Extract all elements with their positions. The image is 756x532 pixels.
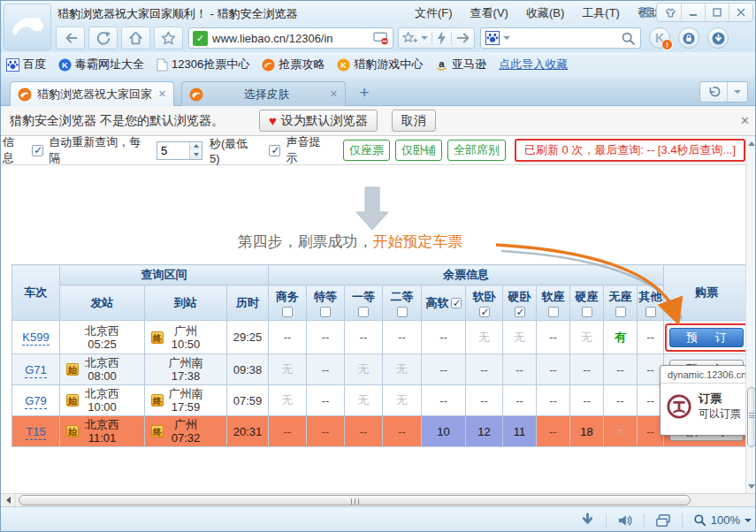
seat-filter-checkbox[interactable]	[451, 298, 462, 308]
interval-stepper[interactable]	[157, 141, 202, 160]
go-icon[interactable]	[455, 30, 471, 46]
tab-bar: 猎豹浏览器祝大家回家... ✕ 选择皮肤 ✕ +	[1, 77, 756, 106]
bookmark-dropdown-icon[interactable]	[421, 36, 428, 40]
security-button[interactable]	[678, 27, 699, 49]
baidu-paw-icon[interactable]	[485, 31, 500, 45]
new-tab-button[interactable]: +	[353, 84, 376, 103]
maximize-button[interactable]	[705, 4, 729, 21]
train-link[interactable]: T15	[26, 425, 45, 440]
seat-filter-checkbox[interactable]	[479, 307, 490, 317]
set-default-browser-button[interactable]: ♥ 设为默认浏览器	[259, 110, 378, 132]
scroll-left-icon[interactable]	[1, 494, 16, 506]
seat-filter-checkbox[interactable]	[645, 307, 656, 317]
close-button[interactable]	[729, 4, 752, 21]
amazon-icon: a	[435, 58, 448, 72]
vertical-scrollbar[interactable]	[745, 136, 756, 493]
notification-close-icon[interactable]: ✕	[740, 114, 750, 127]
seat-filter-checkbox[interactable]	[397, 307, 408, 317]
bookmark-item[interactable]: K猎豹游戏中心	[337, 57, 423, 72]
filter-button[interactable]: 仅座票	[343, 140, 390, 161]
speaker-icon[interactable]	[617, 513, 633, 528]
minimize-button[interactable]	[681, 4, 705, 21]
baidu-icon	[6, 58, 19, 72]
bookmark-item[interactable]: a亚马逊	[435, 57, 486, 72]
url-text[interactable]: www.liebao.cn/12306/in	[212, 32, 373, 45]
book-button[interactable]: 预 订	[669, 328, 744, 347]
cancel-button[interactable]: 取消	[392, 110, 436, 132]
ticket-guide-icon	[262, 58, 275, 72]
menu-item[interactable]: 收藏(B)	[526, 5, 564, 21]
stepper-down-icon[interactable]	[190, 150, 202, 159]
apps-grid-icon[interactable]	[640, 7, 651, 18]
interval-input[interactable]	[157, 142, 189, 159]
filter-button[interactable]: 仅卧铺	[395, 140, 442, 161]
train-row-K599: K599北京西05:25终广州10:5029:25----------无无--无…	[12, 321, 750, 354]
skin-button[interactable]	[657, 4, 681, 21]
default-browser-notification: 猎豹安全浏览器 不是您的默认浏览器。 ♥ 设为默认浏览器 取消 ✕	[1, 106, 756, 136]
adblock-icon[interactable]	[373, 32, 389, 45]
favorites-button[interactable]	[154, 27, 183, 49]
close-icon	[737, 8, 745, 17]
sound-alert-checkbox[interactable]	[269, 145, 280, 156]
bookmark-label: 猎豹游戏中心	[354, 57, 423, 72]
menu-item[interactable]: 查看(V)	[470, 5, 508, 21]
bookmark-item[interactable]: 12306抢票中心	[157, 57, 249, 72]
seat-filter-checkbox[interactable]	[282, 307, 293, 317]
search-box[interactable]	[480, 27, 641, 49]
download-button[interactable]	[707, 27, 729, 49]
stepper-up-icon[interactable]	[190, 142, 202, 151]
download-icon	[712, 32, 725, 45]
home-button[interactable]	[121, 27, 150, 49]
vertical-scrollbar-thumb[interactable]	[747, 387, 756, 447]
tab-1[interactable]: 猎豹浏览器祝大家回家... ✕	[10, 81, 174, 106]
station-cell: 始北京西10:00	[60, 385, 145, 416]
reopen-closed-tab-button[interactable]	[700, 82, 727, 102]
seat-filter-checkbox[interactable]	[615, 307, 626, 317]
back-button[interactable]	[56, 27, 85, 49]
col-seat-特等: 特等	[307, 285, 345, 321]
train-link[interactable]: K599	[22, 331, 49, 346]
add-bookmark-icon[interactable]	[401, 30, 417, 46]
train-link[interactable]: G71	[25, 363, 47, 378]
horizontal-scrollbar[interactable]	[1, 493, 756, 506]
downloads-icon[interactable]	[580, 513, 595, 528]
liebao-logo[interactable]	[4, 4, 51, 50]
menu-item[interactable]: 文件(F)	[415, 5, 453, 21]
refresh-button[interactable]	[88, 27, 118, 49]
search-icon[interactable]	[621, 31, 636, 46]
tab-close-icon[interactable]: ✕	[158, 88, 166, 100]
menu-item[interactable]: 工具(T)	[582, 5, 620, 21]
bookmark-label: 百度	[23, 57, 46, 72]
bookmark-item[interactable]: K毒霸网址大全	[58, 57, 144, 72]
bookmark-item[interactable]: 百度	[6, 57, 46, 72]
query-settings-bar: 信息 自动重新查询，每隔 秒(最低5) 声音提示 仅座票仅卧铺全部席别 已刷新 …	[1, 136, 745, 165]
station-cell: 始北京西11:01	[60, 416, 145, 447]
zoom-control[interactable]: 100%	[693, 513, 752, 527]
scroll-up-icon[interactable]	[746, 137, 756, 149]
seat-filter-checkbox[interactable]	[582, 307, 592, 317]
train-row-T15: T15始北京西11:01终广州07:3220:31--------101211-…	[12, 416, 750, 447]
horizontal-scrollbar-thumb[interactable]	[19, 495, 691, 505]
bookmark-item[interactable]: 点此导入收藏	[499, 57, 568, 72]
tab-close-icon[interactable]: ✕	[330, 88, 338, 100]
train-link[interactable]: G79	[25, 394, 47, 409]
address-bar[interactable]: ✓ www.liebao.cn/12306/in	[188, 27, 393, 49]
svg-text:a: a	[439, 58, 446, 69]
kingsoft-button[interactable]: K !	[649, 27, 670, 49]
reopen-dropdown-button[interactable]	[727, 82, 747, 102]
title-bar: 猎豹浏览器祝大家回家顺利！ - 猎豹安全浏览器 文件(F)查看(V)收藏(B)工…	[1, 1, 756, 24]
bookmark-item[interactable]: 抢票攻略	[262, 57, 325, 72]
filter-button[interactable]: 全部席别	[447, 140, 506, 161]
scroll-down-icon[interactable]	[746, 480, 756, 492]
seat-filter-checkbox[interactable]	[515, 307, 525, 317]
cascade-windows-icon[interactable]	[655, 513, 671, 528]
lightning-icon[interactable]	[436, 30, 447, 46]
stepper-arrows[interactable]	[189, 142, 202, 159]
seat-filter-checkbox[interactable]	[548, 307, 559, 317]
auto-refresh-checkbox[interactable]	[32, 145, 43, 156]
seat-filter-checkbox[interactable]	[320, 307, 331, 317]
tab-2[interactable]: 选择皮肤 ✕	[181, 81, 346, 106]
search-engine-dropdown-icon[interactable]	[503, 36, 510, 40]
seat-filter-checkbox[interactable]	[358, 307, 369, 317]
back-icon	[62, 30, 80, 46]
